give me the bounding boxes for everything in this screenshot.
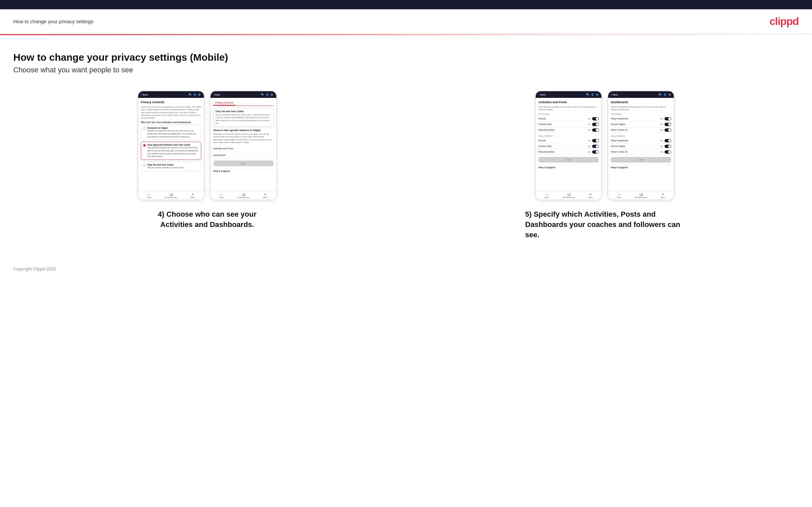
person-icon[interactable]: 👤: [193, 93, 197, 96]
screenshot-pair-1: < Back 🔍 👤 ⚙ Privacy Controls Control ho…: [138, 91, 276, 200]
home-label-4: Home: [617, 196, 621, 199]
tab-home-3[interactable]: ⌂ Home: [536, 192, 558, 199]
tabbar-2: ⌂ Home 📊 My Performance ≡ Menu: [211, 191, 276, 200]
phone-topbar-4: < Back 🔍 👤 ⚙: [608, 91, 674, 98]
dashboards-title: Dashboards: [611, 101, 671, 104]
drills-followers-on-text: ON: [588, 145, 591, 147]
search-icon-2[interactable]: 🔍: [261, 93, 264, 96]
search-icon-3[interactable]: 🔍: [586, 93, 590, 96]
manual-followers-toggle[interactable]: [592, 150, 599, 154]
tab-performance-4[interactable]: 📊 My Performance: [630, 192, 652, 199]
chevron-dashboards: ›: [273, 154, 274, 157]
rounds-coaches-toggle[interactable]: [592, 117, 599, 120]
phone-mockup-2: < Back 🔍 👤 ⚙ Privacy Controls: [210, 91, 276, 200]
whattowork-coaches-toggle[interactable]: [665, 128, 671, 132]
whattowork-coaches-label: What To Work On: [611, 129, 628, 131]
footer: Copyright Clippd 2022: [0, 260, 812, 278]
tab-menu-4[interactable]: ≡ Menu: [652, 192, 674, 199]
whattowork-followers-toggle[interactable]: [665, 150, 671, 154]
person-icon-2[interactable]: 👤: [266, 93, 269, 96]
phone-mockup-3: < Back 🔍 👤 ⚙ Activities and Posts Select…: [536, 91, 602, 200]
back-button-2[interactable]: < Back: [213, 94, 220, 96]
privacy-tab-item[interactable]: Privacy Controls: [213, 101, 236, 106]
rounds-followers-toggle[interactable]: [592, 139, 599, 143]
back-button-3[interactable]: < Back: [538, 94, 546, 96]
phone-body-4: Dashboards Select the dashboards that yo…: [608, 98, 674, 191]
search-icon[interactable]: 🔍: [189, 93, 192, 96]
back-button-1[interactable]: < Back: [141, 94, 148, 96]
radio-approved[interactable]: Only Approved Followers and Your Coach O…: [141, 142, 201, 160]
settings-icon[interactable]: ⚙: [198, 93, 201, 96]
main-content: How to change your privacy settings (Mob…: [0, 35, 812, 260]
phone-mockup-4: < Back 🔍 👤 ⚙ Dashboards Select the dashb…: [608, 91, 674, 200]
menu-label-2: Menu: [263, 196, 267, 199]
dashboards-label: Dashboards: [213, 154, 226, 156]
radio-title-only-you: Only You and Your Coach: [147, 164, 185, 166]
save-button-4[interactable]: Save: [611, 157, 671, 163]
tab-home-1[interactable]: ⌂ Home: [138, 192, 160, 199]
tabbar-4: ⌂ Home 📊 My Performance ≡ Menu: [608, 191, 674, 200]
back-button-4[interactable]: < Back: [611, 94, 618, 96]
followers-label-4: FOLLOWERS: [611, 135, 671, 137]
radio-desc-approved: Only approved followers and coaches you …: [147, 147, 199, 157]
manual-coaches-label: Manual Activities: [538, 129, 554, 131]
performance-label-1: My Performance: [165, 196, 177, 199]
radio-text-only-you: Only You and Your Coach Only you and the…: [147, 164, 185, 169]
radio-circle-only-you: [143, 164, 146, 167]
tabbar-1: ⌂ Home 📊 My Performance ≡ Menu: [138, 191, 204, 200]
toggle-manual-followers: Manual Activities ON: [538, 149, 599, 155]
tab-home-4[interactable]: ⌂ Home: [608, 192, 630, 199]
tab-performance-1[interactable]: 📊 My Performance: [160, 192, 182, 199]
manual-followers-on-text: ON: [588, 151, 591, 153]
manual-coaches-toggle[interactable]: [592, 128, 599, 132]
radio-circle-everyone: [143, 127, 146, 130]
save-button-3[interactable]: Save: [538, 157, 599, 163]
whattowork-followers-on-text: ON: [660, 151, 663, 153]
topbar-icons-4: 🔍 👤 ⚙: [659, 93, 671, 96]
save-button-2[interactable]: Save: [213, 161, 274, 166]
popup-title: Only You and Your Coach: [215, 110, 271, 112]
settings-icon-2[interactable]: ⚙: [270, 93, 274, 96]
tab-home-2[interactable]: ⌂ Home: [211, 192, 233, 199]
tab-menu-3[interactable]: ≡ Menu: [579, 192, 601, 199]
roundinsights-followers-toggle[interactable]: [665, 145, 671, 148]
drills-followers-toggle[interactable]: [592, 145, 599, 148]
tab-menu-2[interactable]: ≡ Menu: [254, 192, 276, 199]
playerdash-coaches-toggle[interactable]: [665, 117, 671, 120]
activities-posts-row[interactable]: Activities and Posts ›: [213, 145, 274, 152]
settings-icon-3[interactable]: ⚙: [596, 93, 599, 96]
toggle-rounds-followers: Rounds ON: [538, 138, 599, 144]
radio-only-you[interactable]: Only You and Your Coach Only you and the…: [141, 162, 201, 171]
roundinsights-coaches-toggle[interactable]: [665, 123, 671, 126]
search-icon-4[interactable]: 🔍: [659, 93, 662, 96]
person-icon-3[interactable]: 👤: [591, 93, 594, 96]
manual-followers-label: Manual Activities: [538, 151, 554, 153]
phone-body-1: Privacy Controls Control how you and you…: [138, 98, 204, 191]
radio-desc-only-you: Only you and the coaches you connect wit…: [147, 167, 185, 169]
caption-2: 5) Specify which Activities, Posts and D…: [525, 209, 684, 240]
person-icon-4[interactable]: 👤: [663, 93, 666, 96]
playerdash-coaches-on-text: ON: [660, 118, 663, 120]
toggle-drills-coaches: Practice Drills ON: [538, 122, 599, 127]
help-support-2: Help & Support: [213, 168, 274, 174]
radio-everyone[interactable]: Everyone on Clippd Everyone on Clippd ca…: [141, 125, 201, 140]
roundinsights-coaches-label: Round Insights: [611, 123, 625, 125]
playerdash-followers-label: Player Dashboard: [611, 139, 628, 142]
drills-coaches-toggle[interactable]: [592, 123, 599, 126]
performance-icon-1: 📊: [169, 192, 173, 196]
tab-performance-3[interactable]: 📊 My Performance: [558, 192, 579, 199]
tab-performance-2[interactable]: 📊 My Performance: [233, 192, 254, 199]
settings-icon-4[interactable]: ⚙: [668, 93, 671, 96]
playerdash-followers-toggle[interactable]: [665, 139, 671, 143]
rounds-followers-on-text: ON: [588, 140, 591, 142]
toggle-playerdash-followers: Player Dashboard ON: [611, 138, 671, 144]
phone-topbar-2: < Back 🔍 👤 ⚙: [211, 91, 276, 98]
popup-text: Only you and the coaches you connect wit…: [215, 113, 271, 124]
dashboards-row[interactable]: Dashboards ›: [213, 152, 274, 159]
home-icon-4: ⌂: [618, 192, 620, 196]
help-support-4: Help & Support: [611, 165, 671, 170]
tab-menu-1[interactable]: ≡ Menu: [182, 192, 204, 199]
menu-label-4: Menu: [661, 196, 665, 199]
toggle-playerdash-coaches: Player Dashboard ON: [611, 116, 671, 122]
copyright: Copyright Clippd 2022: [13, 267, 56, 271]
